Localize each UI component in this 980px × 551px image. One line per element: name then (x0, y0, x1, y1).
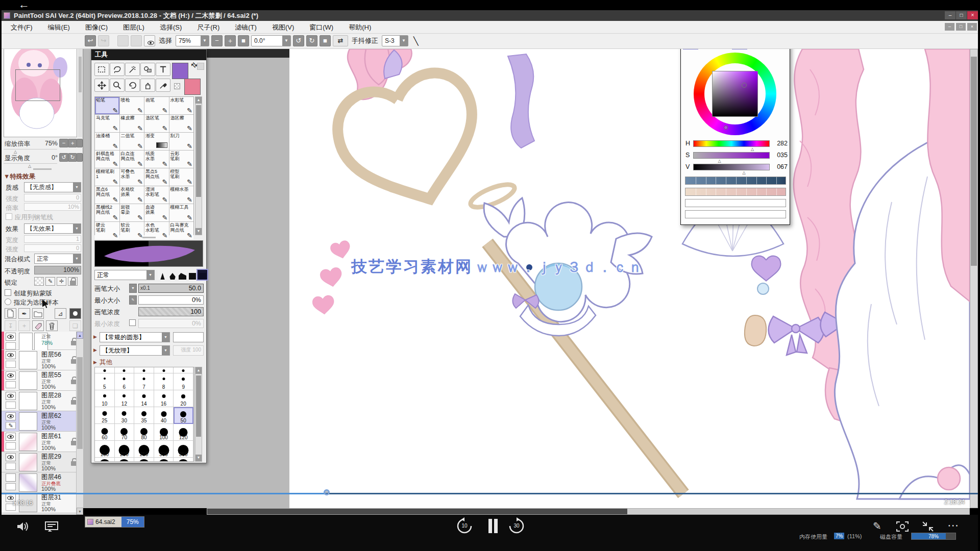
nav-zoom-reset-button[interactable] (77, 139, 83, 147)
layer-row-图层29[interactable]: 图层29正常100% (2, 452, 76, 472)
tool-湿润水彩笔[interactable]: 湿润 水彩笔✎ (144, 186, 169, 204)
doc-minimize-button[interactable]: – (945, 23, 954, 31)
brush-texture-select[interactable]: 【无纹理】▼ (100, 345, 170, 356)
tb-extra2-button[interactable] (131, 35, 142, 46)
hsv-slider-V[interactable]: V067△ (681, 163, 791, 173)
tool-楔型笔刷[interactable]: 楔型 笔刷✎ (169, 168, 194, 186)
min-density-field[interactable]: 0% (138, 319, 204, 328)
layer-thumbnail[interactable] (19, 333, 33, 351)
tool-白点连网点纸[interactable]: 白点连 网点纸✎ (120, 151, 144, 168)
layer-visibility-toggle[interactable] (6, 453, 16, 461)
tool-纸质水墨[interactable]: 纸质 水墨✎ (144, 151, 169, 168)
doc-close-button[interactable]: × (967, 23, 977, 31)
menu-item-6[interactable]: 滤镜(T) (227, 21, 264, 34)
effect-width-field[interactable]: 1 (24, 235, 81, 243)
tool-斑驳晕染[interactable]: 斑驳 晕染✎ (120, 204, 144, 221)
min-size-pressure-button[interactable]: ✎ (129, 295, 137, 305)
opacity-slider[interactable]: 100% (34, 266, 81, 274)
nav-angle-reset-button[interactable] (77, 153, 83, 162)
layer-row-图层55[interactable]: 图层55正常100% (2, 370, 76, 391)
scroll-up-button[interactable]: ▲ (77, 332, 83, 339)
tool-血迹效果[interactable]: 血迹 效果✎ (144, 204, 169, 221)
brush-tip-shape-0[interactable] (158, 270, 167, 280)
tool-硬云笔刷[interactable]: 硬云 笔刷✎ (95, 222, 119, 239)
tool-软云笔刷[interactable]: 软云 笔刷✎ (120, 222, 144, 239)
slider-track[interactable] (693, 140, 770, 147)
layer-row-图层61[interactable]: 图层61正常100% (2, 432, 76, 452)
brush-size-30[interactable]: 30 (115, 407, 135, 424)
brush-tip-shape-3[interactable] (188, 270, 198, 280)
tool-模糊笔刷1[interactable]: 模糊笔刷 1✎ (95, 168, 119, 186)
zoom-out-button[interactable]: − (211, 35, 223, 46)
brush-size-partial[interactable] (95, 458, 115, 462)
layer-thumbnail[interactable] (19, 371, 37, 390)
swatch-strip-0[interactable] (685, 177, 786, 185)
delete-layer-button[interactable] (46, 320, 58, 331)
navigator-viewport-rect[interactable] (15, 69, 60, 101)
tool-铅笔[interactable]: 铅笔✎ (95, 97, 119, 114)
selection-source-radio[interactable] (5, 298, 11, 305)
expand-arrow-icon[interactable]: ▶ (93, 347, 97, 353)
menu-item-5[interactable]: 尺子(R) (189, 21, 227, 34)
layer-scrollbar-thumb[interactable] (77, 357, 83, 449)
brush-size-partial[interactable] (174, 367, 193, 373)
panel-mini-button[interactable] (197, 63, 204, 70)
tool-黑点5网点纸[interactable]: 黑点5 网点纸✎ (144, 168, 169, 186)
eyedropper-tool-button[interactable] (156, 79, 170, 92)
lock-all-button[interactable] (68, 277, 78, 286)
brush-size-8[interactable]: 8 (154, 373, 174, 390)
panel-resize-handle[interactable] (33, 168, 52, 170)
slider-track[interactable] (693, 164, 770, 170)
layer-visibility-toggle[interactable] (6, 371, 16, 380)
menu-item-2[interactable]: 图像(C) (78, 21, 115, 34)
layer-row-图层56[interactable]: 图层56正常100% (2, 350, 76, 370)
brush-size-80[interactable]: 80 (134, 424, 154, 441)
nav-rotate-cw-button[interactable]: ↻ (68, 153, 77, 162)
hsv-slider-H[interactable]: H282△ (681, 139, 791, 149)
nav-zoom-in-button[interactable]: ＋ (68, 139, 77, 147)
brush-shape-param-field[interactable] (173, 332, 204, 342)
layer-thumbnail[interactable] (19, 433, 37, 451)
tool-衣格纹效果[interactable]: 衣格纹 效果✎ (120, 186, 144, 204)
tool-grid-scrollbar[interactable]: ▲▼ (195, 96, 202, 235)
tool-模糊水墨[interactable]: 模糊水墨✎ (169, 186, 194, 204)
apply-penline-checkbox[interactable] (6, 213, 12, 220)
menu-item-1[interactable]: 编辑(E) (40, 21, 78, 34)
layer-visibility-toggle[interactable] (6, 412, 16, 420)
tool-白马赛克网点纸[interactable]: 白马赛克 网点纸✎ (169, 222, 194, 239)
brush-size-partial[interactable] (174, 458, 193, 462)
brush-size-20[interactable]: 20 (174, 390, 193, 407)
brush-size-200[interactable]: 200 (115, 441, 135, 458)
brush-size-partial[interactable] (134, 458, 154, 462)
annotate-pencil-icon[interactable]: ✎ (873, 520, 881, 532)
brush-size-25[interactable]: 25 (95, 407, 115, 424)
layer-visibility-toggle[interactable] (6, 333, 16, 341)
layer-visibility-toggle[interactable] (6, 392, 16, 400)
min-size-field[interactable]: 0% (138, 295, 204, 305)
layer-row-图层62[interactable]: ✎图层62正常100% (2, 411, 76, 432)
layer-row-top[interactable]: 正常78% (2, 332, 76, 350)
brush-size-partial[interactable] (115, 367, 135, 373)
view-eye-button[interactable] (144, 35, 155, 46)
canvas-vscrollbar[interactable] (970, 49, 978, 508)
nav-rotate-ccw-button[interactable]: ↺ (59, 153, 68, 162)
clipping-mask-checkbox[interactable] (5, 289, 11, 296)
brush-size-100[interactable]: 100 (154, 424, 174, 441)
merge-down-button[interactable]: ↧ (5, 320, 16, 331)
progress-handle[interactable] (324, 489, 330, 495)
density-field[interactable]: 100 (138, 307, 204, 316)
clear-layer-button[interactable] (32, 320, 44, 331)
magnifier-tool-button[interactable] (110, 79, 125, 92)
zoom-select[interactable]: 75%▼ (176, 35, 209, 46)
tool-喷枪[interactable]: 喷枪✎ (120, 97, 144, 114)
slider-track[interactable] (693, 152, 770, 159)
pause-button[interactable] (486, 519, 500, 533)
screenshot-icon[interactable] (896, 521, 909, 534)
hand-tool-button[interactable] (140, 79, 155, 92)
brush-size-12[interactable]: 12 (115, 390, 135, 407)
brush-size-250[interactable]: 250 (134, 441, 154, 458)
effects-header[interactable]: ▼特殊效果 (4, 172, 35, 181)
video-progress-bar[interactable] (0, 493, 980, 494)
restore-button[interactable]: □ (956, 11, 967, 19)
hsv-slider-S[interactable]: S035△ (681, 151, 791, 161)
